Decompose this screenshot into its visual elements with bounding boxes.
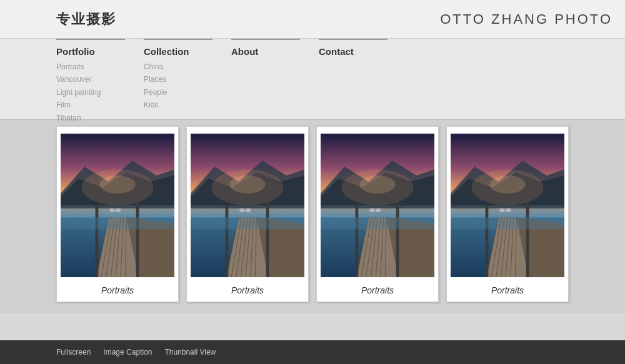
nav-sub-vancouver[interactable]: Vancouver: [56, 73, 112, 86]
nav-sub-tibetan[interactable]: Tibetan: [56, 112, 112, 124]
svg-rect-59: [376, 209, 381, 212]
svg-rect-13: [96, 205, 99, 277]
photo-thumb-4: [451, 130, 564, 280]
nav-item-contact: Contact: [319, 39, 388, 119]
svg-rect-39: [246, 209, 251, 212]
nav-sub-kids[interactable]: Kids: [144, 99, 200, 111]
photo-caption-2: Portraits: [231, 285, 264, 295]
photo-caption-4: Portraits: [491, 285, 524, 295]
svg-rect-75: [451, 217, 564, 229]
svg-rect-38: [240, 209, 245, 212]
nav-link-about[interactable]: About: [231, 46, 288, 57]
svg-rect-19: [116, 209, 121, 212]
site-title-english: OTTO ZHANG PHOTO: [440, 11, 612, 27]
nav-item-portfolio: Portfolio Portraits Vancouver Light pain…: [56, 39, 125, 119]
photo-thumb-3: [321, 130, 434, 280]
svg-point-77: [489, 175, 525, 194]
photo-card-3[interactable]: Portraits: [316, 126, 439, 302]
site-title-chinese: 专业摄影: [56, 10, 116, 29]
footer-link-fullscreen[interactable]: Fullscreen: [56, 348, 91, 357]
svg-rect-53: [356, 205, 359, 277]
footer-link-thumbnail-view[interactable]: Thunbnail View: [164, 348, 216, 357]
svg-point-37: [229, 175, 265, 194]
nav-sub-people[interactable]: People: [144, 86, 200, 99]
svg-rect-15: [61, 217, 174, 229]
svg-rect-34: [266, 202, 269, 277]
svg-rect-54: [396, 202, 399, 277]
svg-rect-35: [191, 217, 304, 229]
svg-rect-55: [321, 217, 434, 229]
photo-card-4[interactable]: Portraits: [446, 126, 569, 302]
photo-caption-1: Portraits: [101, 285, 134, 295]
svg-rect-58: [370, 209, 375, 212]
nav-sub-places[interactable]: Places: [144, 73, 200, 86]
svg-rect-74: [526, 202, 529, 277]
footer-link-image-caption[interactable]: Image Caption: [103, 348, 152, 357]
nav-sub-portraits[interactable]: Portraits: [56, 61, 112, 73]
navbar: Portfolio Portraits Vancouver Light pain…: [0, 39, 625, 120]
nav-sub-china[interactable]: China: [144, 61, 200, 73]
photo-thumb-2: [191, 130, 304, 280]
nav-link-contact[interactable]: Contact: [319, 46, 375, 57]
svg-rect-18: [110, 209, 115, 212]
svg-point-57: [359, 175, 395, 194]
nav-sub-light-painting[interactable]: Light painting: [56, 86, 112, 99]
nav-link-portfolio[interactable]: Portfolio: [56, 46, 112, 57]
nav-sub-film[interactable]: Film: [56, 99, 112, 111]
photo-caption-3: Portraits: [361, 285, 394, 295]
photo-thumb-1: [61, 130, 174, 280]
header: 专业摄影 OTTO ZHANG PHOTO: [0, 0, 625, 39]
svg-rect-79: [506, 209, 511, 212]
nav-item-collection: Collection China Places People Kids: [144, 39, 212, 119]
svg-rect-33: [226, 205, 229, 277]
nav-item-about: About: [231, 39, 300, 119]
svg-rect-14: [136, 202, 139, 277]
svg-rect-73: [486, 205, 489, 277]
svg-point-17: [99, 175, 135, 194]
photo-card-1[interactable]: Portraits: [56, 126, 179, 302]
nav-link-collection[interactable]: Collection: [144, 46, 200, 57]
footer: Fullscreen Image Caption Thunbnail View: [0, 340, 625, 364]
main-content: Portraits: [0, 120, 625, 313]
svg-rect-78: [500, 209, 505, 212]
photo-card-2[interactable]: Portraits: [186, 126, 309, 302]
